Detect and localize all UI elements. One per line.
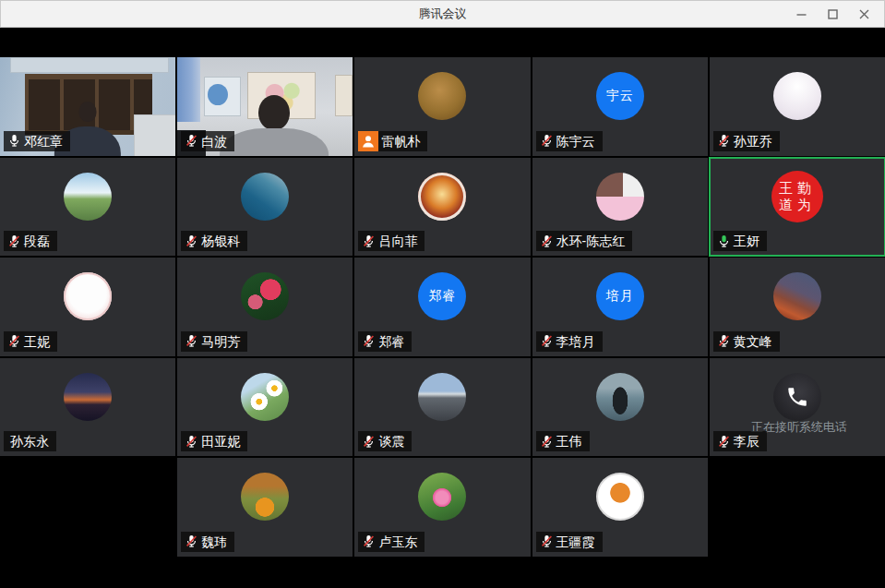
participant-name-label: 王疆霞: [536, 532, 603, 552]
participant-name: 王疆霞: [556, 534, 595, 549]
participant-name: 黄文峰: [734, 334, 772, 349]
participant-name-label: 谈震: [358, 431, 412, 451]
participant-name: 王妮: [24, 334, 50, 349]
participant-tile[interactable]: 吕向菲: [354, 158, 530, 257]
avatar: [773, 272, 821, 320]
participant-name-label: 雷帆朴: [358, 131, 427, 151]
mic-muted-icon: [185, 134, 198, 148]
avatar: [64, 173, 112, 221]
participant-tile[interactable]: 雷帆朴: [354, 57, 530, 156]
participant-name-label: 黄文峰: [713, 331, 780, 352]
participant-tile[interactable]: 卢玉东: [354, 458, 530, 557]
participant-tile[interactable]: 黄文峰: [710, 258, 885, 356]
mic-muted-icon: [540, 234, 554, 248]
participant-name: 孙东永: [10, 434, 49, 449]
avatar: [596, 373, 644, 421]
participant-tile[interactable]: 正在接听系统电话 李辰: [710, 358, 885, 457]
phone-call-icon: [785, 385, 809, 409]
participant-name: 卢玉东: [378, 534, 417, 549]
avatar: [64, 373, 112, 421]
participant-name-label: 孙亚乔: [713, 131, 780, 151]
participant-name: 白波: [201, 134, 227, 149]
participant-name: 马明芳: [201, 334, 240, 349]
avatar: 宇云: [596, 72, 644, 120]
participant-tile[interactable]: 孙东永: [0, 358, 175, 457]
participant-name-label: 王伟: [536, 431, 590, 451]
participant-tile[interactable]: 谈震: [354, 358, 530, 457]
avatar-initials: 郑睿: [428, 288, 456, 305]
participant-tile[interactable]: 培月 李培月: [532, 258, 708, 356]
participant-tile-active-speaker[interactable]: 王勤道为 王妍: [710, 158, 885, 257]
participant-tile[interactable]: 段磊: [0, 158, 175, 257]
participant-name-label: 郑睿: [358, 331, 412, 352]
close-button[interactable]: [848, 0, 879, 28]
participant-tile[interactable]: 杨银科: [177, 158, 353, 257]
participant-tile[interactable]: 王疆霞: [532, 458, 708, 557]
mic-muted-icon: [717, 134, 731, 148]
mic-muted-icon: [185, 435, 198, 449]
participant-name-label: 水环-陈志红: [536, 231, 633, 251]
window-title: 腾讯会议: [0, 6, 885, 22]
avatar: [596, 473, 644, 521]
meeting-grid: 邓红章 白波 雷帆朴 宇云 陈宇云 孙亚乔: [0, 57, 885, 557]
participant-name: 王妍: [734, 234, 759, 248]
participant-tile[interactable]: 白波: [177, 57, 353, 156]
participant-name: 王伟: [556, 434, 582, 449]
participant-name-label: 杨银科: [181, 231, 247, 251]
participant-name-label: 马明芳: [181, 331, 247, 352]
maximize-button[interactable]: [817, 0, 848, 28]
mic-muted-icon: [717, 334, 731, 348]
participant-tile[interactable]: 水环-陈志红: [532, 158, 708, 257]
avatar: 培月: [596, 272, 644, 320]
participant-tile[interactable]: 孙亚乔: [710, 57, 885, 156]
avatar: 郑睿: [418, 272, 466, 320]
avatar: [418, 373, 466, 421]
mic-muted-icon: [185, 534, 198, 548]
participant-name-label: 陈宇云: [536, 131, 603, 151]
avatar: [241, 473, 289, 521]
avatar-seal-text: 王勤道为: [778, 180, 817, 213]
mic-muted-icon: [362, 334, 376, 348]
mic-muted-icon: [362, 534, 376, 548]
participant-name: 田亚妮: [201, 434, 240, 449]
mic-muted-icon: [540, 334, 554, 348]
avatar: [418, 473, 466, 521]
avatar: [773, 72, 821, 120]
avatar: [418, 173, 466, 221]
participant-tile[interactable]: 王妮: [0, 258, 175, 356]
window-controls: [785, 0, 879, 28]
mic-speaking-icon: [717, 234, 731, 248]
participant-tile[interactable]: 王伟: [532, 358, 708, 457]
participant-tile[interactable]: 宇云 陈宇云: [532, 57, 708, 156]
participant-name-label: 白波: [181, 131, 234, 151]
mic-muted-icon: [540, 534, 554, 548]
avatar: [773, 373, 821, 421]
mic-muted-icon: [7, 334, 21, 348]
participant-tile[interactable]: 邓红章: [0, 57, 175, 156]
title-bar: 腾讯会议: [0, 0, 885, 28]
participant-tile[interactable]: 郑睿 郑睿: [354, 258, 530, 356]
avatar: [241, 373, 289, 421]
participant-name-label: 王妮: [4, 331, 57, 352]
avatar: 王勤道为: [771, 171, 823, 222]
participant-tile[interactable]: 马明芳: [177, 258, 353, 356]
participant-name: 孙亚乔: [734, 134, 772, 149]
avatar: [241, 173, 289, 221]
minimize-button[interactable]: [785, 0, 817, 28]
avatar: [64, 272, 112, 320]
participant-name: 杨银科: [201, 234, 240, 248]
participant-name-label: 段磊: [4, 231, 57, 251]
mic-muted-icon: [540, 134, 554, 148]
participant-name-label: 孙东永: [4, 431, 56, 451]
participant-name: 雷帆朴: [381, 134, 420, 149]
participant-name: 吕向菲: [378, 234, 417, 248]
close-icon: [859, 9, 869, 19]
minimize-icon: [796, 9, 807, 19]
participant-tile[interactable]: 魏玮: [177, 458, 353, 557]
mic-muted-icon: [717, 435, 731, 449]
participant-tile[interactable]: 田亚妮: [177, 358, 353, 457]
participant-name-label: 魏玮: [181, 532, 234, 552]
participant-name-label: 田亚妮: [181, 431, 247, 451]
avatar: [418, 72, 466, 120]
participant-name-label: 卢玉东: [358, 532, 425, 552]
